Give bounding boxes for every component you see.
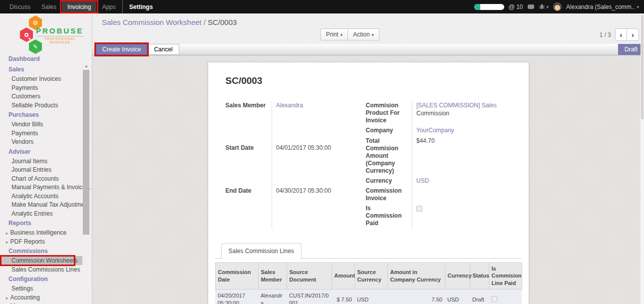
field-label: Commission Invoice	[366, 187, 412, 204]
column-header-amount[interactable]: Amount	[331, 263, 354, 290]
column-header-source-document[interactable]: Source Document	[287, 263, 331, 290]
sidebar-item-chart-of-accounts[interactable]: Chart of Accounts	[0, 174, 82, 183]
sidebar-item-sales-commissions-lines[interactable]: Sales Commissions Lines	[0, 265, 82, 274]
sidebar-item-commission-worksheets[interactable]: Commission Worksheets	[0, 256, 82, 265]
field-label: End Date	[226, 187, 272, 229]
cell-amount_company: 7.50	[387, 290, 445, 304]
sidebar-item-pdf-reports[interactable]: ▸PDF Reports	[0, 237, 82, 246]
chat-icon[interactable]	[528, 4, 534, 9]
sidebar-item-make-manual-tax-adjustme[interactable]: Make Manual Tax Adjustme...	[0, 200, 82, 209]
field-groups: Sales MemberAlexandraStart Date04/01/201…	[226, 101, 522, 229]
sidebar-item-label: Payments	[11, 130, 38, 137]
topbar-menu-sales[interactable]: Sales	[36, 0, 62, 13]
column-header-sales-member[interactable]: Sales Member	[258, 263, 287, 290]
pager-prev-button[interactable]: ‹	[615, 28, 627, 41]
column-header-is-commision-line-paid[interactable]: Is Commision Line Paid	[489, 263, 522, 290]
column-header-amount-in-company-currency[interactable]: Amount in Company Currency	[387, 263, 445, 290]
expand-arrow-icon[interactable]: ▸	[6, 240, 8, 245]
scrollbar-thumb[interactable]	[83, 70, 89, 235]
sidebar-item-sellable-products[interactable]: Sellable Products	[0, 101, 82, 110]
action-button[interactable]: Action▾	[348, 28, 379, 40]
field-right-row-currency: CurrencyUSD	[366, 177, 499, 187]
column-header-currency[interactable]: Currency	[445, 263, 470, 290]
sidebar-item-customer-invoices[interactable]: Customer Invoices	[0, 74, 82, 83]
sidebar-item-management[interactable]: ▸Management	[0, 302, 82, 304]
sidebar-item-payments[interactable]: Payments	[0, 83, 82, 92]
sidebar-menu: DashboardSalesCustomer InvoicesPaymentsC…	[0, 52, 82, 304]
cancel-button[interactable]: Cancel	[147, 44, 179, 55]
sidebar-item-label: Vendors	[11, 138, 33, 145]
sidebar-item-journal-items[interactable]: Journal Items	[0, 157, 82, 166]
field-value-link[interactable]: USD	[416, 177, 429, 184]
field-right-row-commision-product-for-invoice: Commision Product For Invoice[SALES COMM…	[366, 101, 499, 126]
sidebar-item-analytic-accounts[interactable]: Analytic Accounts	[0, 192, 82, 201]
mention-counter[interactable]: @ 10	[509, 3, 523, 10]
breadcrumb-parent[interactable]: Sales Commission Worksheet	[102, 18, 202, 26]
pager-next-button[interactable]: ›	[627, 28, 639, 41]
sidebar-item-label: Journal Items	[11, 158, 47, 165]
sidebar-item-customers[interactable]: Customers	[0, 92, 82, 101]
topbar-menu-invoicing[interactable]: Invoicing	[62, 0, 96, 13]
topbar-menu-apps[interactable]: Apps	[96, 0, 121, 13]
field-value-link[interactable]: YourCompany	[416, 127, 454, 134]
field-left-row-end-date: End Date04/30/2017 05:30:00	[226, 187, 356, 229]
scrollbar-thumb[interactable]	[641, 14, 644, 119]
sidebar: ⚙ ✎ PROBUSE PROFESSIONAL BUSINESS Dashbo…	[0, 13, 92, 304]
sidebar-section-sales[interactable]: Sales	[0, 64, 82, 74]
topbar-menu-discuss[interactable]: Discuss	[4, 0, 36, 13]
sidebar-item-payments[interactable]: Payments	[0, 129, 82, 138]
cell-currency: USD	[445, 290, 470, 304]
create-invoice-button[interactable]: Create Invoice	[96, 44, 147, 55]
breadcrumb-current: SC/0003	[208, 18, 237, 26]
sidebar-item-manual-payments-invoice[interactable]: Manual Payments & Invoice...	[0, 183, 82, 192]
sidebar-item-journal-entries[interactable]: Journal Entries	[0, 165, 82, 174]
sidebar-section-dashboard[interactable]: Dashboard	[0, 53, 82, 64]
column-header-source-currency[interactable]: Source Currency	[354, 263, 387, 290]
caret-down-icon: ▾	[372, 32, 374, 37]
column-header-commission-date[interactable]: Commission Date	[215, 263, 258, 290]
sidebar-section-purchases[interactable]: Purchases	[0, 109, 82, 120]
checkbox-unchecked	[416, 206, 422, 212]
checkbox-unchecked	[491, 296, 497, 302]
tab-sales-commission-lines[interactable]: Sales Commission Lines	[221, 243, 302, 259]
field-label: Sales Member	[226, 101, 272, 144]
sidebar-item-settings[interactable]: Settings	[0, 284, 82, 293]
print-button[interactable]: Print▾	[321, 28, 348, 40]
topbar-menu-settings[interactable]: Settings	[124, 0, 158, 13]
sidebar-item-vendors[interactable]: Vendors	[0, 137, 82, 146]
field-label: Is Commission Paid	[366, 204, 412, 229]
table-header-row: Commission DateSales MemberSource Docume…	[215, 263, 522, 290]
at-icon: @	[509, 3, 515, 10]
expand-arrow-icon[interactable]: ▸	[6, 231, 8, 236]
table-row[interactable]: 04/20/2017 05:30:00AlexandraCUST.IN/2017…	[215, 290, 522, 304]
field-right-row-is-commission-paid: Is Commission Paid	[366, 204, 499, 229]
cell-member: Alexandra	[258, 290, 287, 304]
action-buttons: Print▾ Action▾	[321, 28, 379, 40]
debug-menu[interactable]: ▾	[539, 3, 549, 10]
sidebar-section-configuration[interactable]: Configuration	[0, 274, 82, 284]
scroll-up-icon[interactable]: ▲	[83, 63, 90, 68]
sidebar-section-adviser[interactable]: Adviser	[0, 146, 82, 157]
expand-arrow-icon[interactable]: ▸	[6, 296, 8, 301]
topbar-divider	[122, 0, 123, 13]
field-value: $44.70	[412, 137, 499, 177]
sidebar-item-accounting[interactable]: ▸Accounting	[0, 293, 82, 302]
sidebar-item-analytic-entries[interactable]: Analytic Entries	[0, 209, 82, 218]
field-value: YourCompany	[412, 126, 499, 137]
sidebar-section-reports[interactable]: Reports	[0, 218, 82, 228]
user-name: Alexandra (Sales_comm..	[566, 3, 635, 10]
sidebar-item-business-intelligence[interactable]: ▸Business Intelligence	[0, 228, 82, 237]
main-scrollbar[interactable]	[641, 13, 644, 304]
field-value-link[interactable]: Alexandra	[276, 102, 303, 109]
sidebar-item-vendor-bills[interactable]: Vendor Bills	[0, 120, 82, 129]
column-header-status[interactable]: Status	[470, 263, 489, 290]
user-menu[interactable]: Alexandra (Sales_comm.. ▾	[566, 3, 639, 10]
field-value-link[interactable]: [SALES COMMISSION] Sales	[416, 102, 497, 110]
field-right-row-total-commision-amount-company-currency: Total Commision Amount (Company Currency…	[366, 137, 499, 177]
record-title: SC/0003	[226, 75, 522, 86]
user-avatar[interactable]	[553, 2, 562, 11]
timer-widget[interactable]	[474, 4, 504, 10]
field-value-text: 04/01/2017 05:30:00	[276, 144, 331, 151]
sidebar-scrollbar[interactable]: ▲	[83, 63, 90, 304]
sidebar-section-commissions[interactable]: Commissions	[0, 246, 82, 256]
